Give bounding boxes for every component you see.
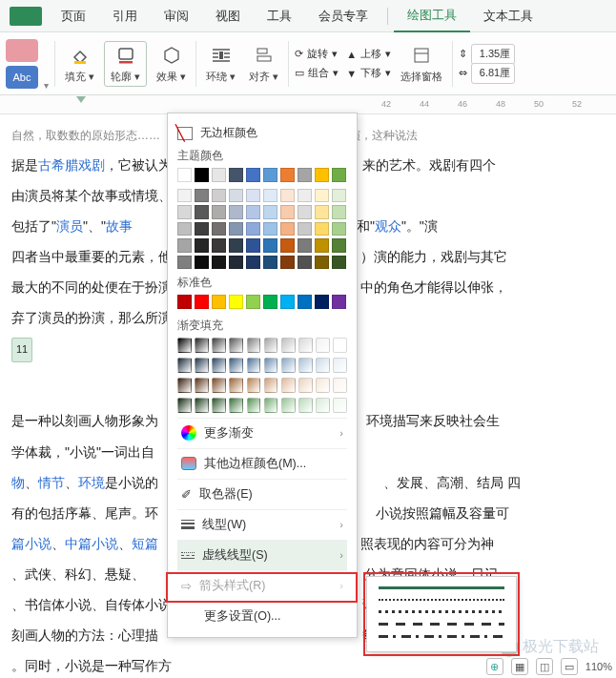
gradient-swatch[interactable] bbox=[195, 338, 209, 353]
color-swatch[interactable] bbox=[332, 222, 346, 236]
gradient-swatch[interactable] bbox=[333, 338, 347, 353]
width-field[interactable]: ⇔6.81厘 bbox=[459, 65, 515, 82]
color-swatch[interactable] bbox=[298, 189, 312, 203]
gradient-swatch[interactable] bbox=[316, 378, 330, 393]
color-swatch[interactable] bbox=[315, 168, 329, 182]
gradient-swatch[interactable] bbox=[264, 378, 278, 393]
gradient-swatch[interactable] bbox=[264, 358, 278, 373]
align-button[interactable]: 对齐 ▾ bbox=[245, 44, 282, 84]
color-swatch[interactable] bbox=[177, 256, 192, 270]
dash-option-dash-dot[interactable] bbox=[379, 635, 504, 638]
gradient-swatch[interactable] bbox=[177, 378, 192, 393]
color-swatch[interactable] bbox=[229, 205, 243, 219]
color-swatch[interactable] bbox=[298, 205, 312, 219]
color-swatch[interactable] bbox=[177, 168, 192, 182]
gradient-swatch[interactable] bbox=[316, 398, 330, 413]
color-swatch[interactable] bbox=[298, 168, 312, 182]
gradient-swatch[interactable] bbox=[247, 358, 261, 373]
color-swatch[interactable] bbox=[229, 189, 243, 203]
gradient-swatch[interactable] bbox=[247, 378, 261, 393]
outline-button[interactable]: 轮廓 ▾ bbox=[104, 41, 147, 87]
group-button[interactable]: ▭ 组合 ▾ bbox=[295, 65, 339, 82]
color-swatch[interactable] bbox=[212, 168, 226, 182]
color-swatch[interactable] bbox=[332, 256, 346, 270]
gradient-swatch[interactable] bbox=[298, 398, 313, 413]
color-swatch[interactable] bbox=[298, 238, 312, 253]
color-swatch[interactable] bbox=[263, 256, 277, 270]
gradient-swatch[interactable] bbox=[281, 398, 296, 413]
gradient-swatch[interactable] bbox=[316, 358, 330, 373]
wrap-button[interactable]: 环绕 ▾ bbox=[202, 44, 239, 84]
color-swatch[interactable] bbox=[315, 256, 329, 270]
color-swatch[interactable] bbox=[229, 295, 243, 309]
effect-button[interactable]: 效果 ▾ bbox=[153, 44, 190, 84]
color-swatch[interactable] bbox=[332, 168, 346, 182]
link[interactable]: 观众 bbox=[375, 218, 401, 234]
tab-page[interactable]: 页面 bbox=[48, 0, 99, 32]
tab-view[interactable]: 视图 bbox=[202, 0, 254, 32]
color-swatch[interactable] bbox=[298, 256, 312, 270]
status-globe-icon[interactable]: ⊕ bbox=[486, 658, 503, 675]
color-swatch[interactable] bbox=[229, 168, 243, 182]
link[interactable]: 故事 bbox=[106, 218, 133, 234]
gradient-swatch[interactable] bbox=[281, 338, 296, 353]
view-mode-icon-3[interactable]: ▭ bbox=[561, 658, 578, 675]
color-swatch[interactable] bbox=[298, 295, 312, 309]
gradient-swatch[interactable] bbox=[264, 338, 278, 353]
dash-type-option[interactable]: 虚线线型(S) › bbox=[177, 540, 347, 570]
color-swatch[interactable] bbox=[246, 168, 260, 182]
line-type-option[interactable]: 线型(W) › bbox=[177, 509, 347, 540]
gradient-swatch[interactable] bbox=[229, 338, 243, 353]
color-swatch[interactable] bbox=[229, 238, 243, 253]
gradient-swatch[interactable] bbox=[247, 338, 261, 353]
color-swatch[interactable] bbox=[263, 168, 277, 182]
move-down-button[interactable]: ▼ 下移 ▾ bbox=[346, 65, 391, 82]
color-swatch[interactable] bbox=[263, 222, 277, 236]
color-swatch[interactable] bbox=[280, 222, 295, 236]
gradient-swatch[interactable] bbox=[333, 378, 347, 393]
color-swatch[interactable] bbox=[263, 205, 277, 219]
tab-drawing-tools[interactable]: 绘图工具 bbox=[394, 0, 470, 32]
gradient-swatch[interactable] bbox=[195, 398, 209, 413]
tab-text-tools[interactable]: 文本工具 bbox=[470, 0, 546, 32]
color-swatch[interactable] bbox=[246, 238, 260, 253]
link[interactable]: 短篇 bbox=[132, 536, 158, 551]
link[interactable]: 情节 bbox=[38, 475, 65, 490]
color-swatch[interactable] bbox=[280, 238, 295, 253]
gradient-swatch[interactable] bbox=[298, 338, 313, 353]
color-swatch[interactable] bbox=[177, 222, 192, 236]
gradient-swatch[interactable] bbox=[195, 358, 209, 373]
color-swatch[interactable] bbox=[332, 189, 346, 203]
color-swatch[interactable] bbox=[177, 189, 192, 203]
color-swatch[interactable] bbox=[195, 222, 209, 236]
chevron-down-icon[interactable]: ▾ bbox=[44, 80, 49, 91]
dash-option-dash[interactable] bbox=[379, 623, 504, 626]
gradient-swatch[interactable] bbox=[212, 338, 226, 353]
indent-marker[interactable] bbox=[76, 96, 86, 103]
color-swatch[interactable] bbox=[246, 295, 260, 309]
tab-vip[interactable]: 会员专享 bbox=[305, 0, 381, 32]
no-border-option[interactable]: ╲ 无边框颜色 bbox=[177, 121, 347, 145]
color-swatch[interactable] bbox=[263, 238, 277, 253]
height-field[interactable]: ⇕1.35厘 bbox=[459, 46, 515, 63]
color-swatch[interactable] bbox=[315, 222, 329, 236]
gradient-swatch[interactable] bbox=[281, 358, 296, 373]
color-swatch[interactable] bbox=[246, 222, 260, 236]
gradient-swatch[interactable] bbox=[281, 378, 296, 393]
color-swatch[interactable] bbox=[332, 295, 346, 309]
dash-option-square-dot[interactable] bbox=[379, 610, 504, 613]
link[interactable]: 中篇小说 bbox=[65, 536, 118, 551]
gradient-swatch[interactable] bbox=[212, 398, 226, 413]
more-gradients-option[interactable]: 更多渐变 › bbox=[177, 418, 347, 448]
gradient-swatch[interactable] bbox=[333, 358, 347, 373]
color-swatch[interactable] bbox=[263, 189, 277, 203]
gradient-swatch[interactable] bbox=[195, 378, 209, 393]
color-swatch[interactable] bbox=[246, 189, 260, 203]
dash-option-round-dot[interactable] bbox=[379, 599, 504, 601]
color-swatch[interactable] bbox=[212, 256, 226, 270]
shape-style-2[interactable]: Abc bbox=[6, 66, 38, 89]
color-swatch[interactable] bbox=[212, 238, 226, 253]
shape-style-1[interactable] bbox=[6, 39, 38, 62]
color-swatch[interactable] bbox=[315, 205, 329, 219]
fill-button[interactable]: 填充 ▾ bbox=[61, 44, 98, 84]
